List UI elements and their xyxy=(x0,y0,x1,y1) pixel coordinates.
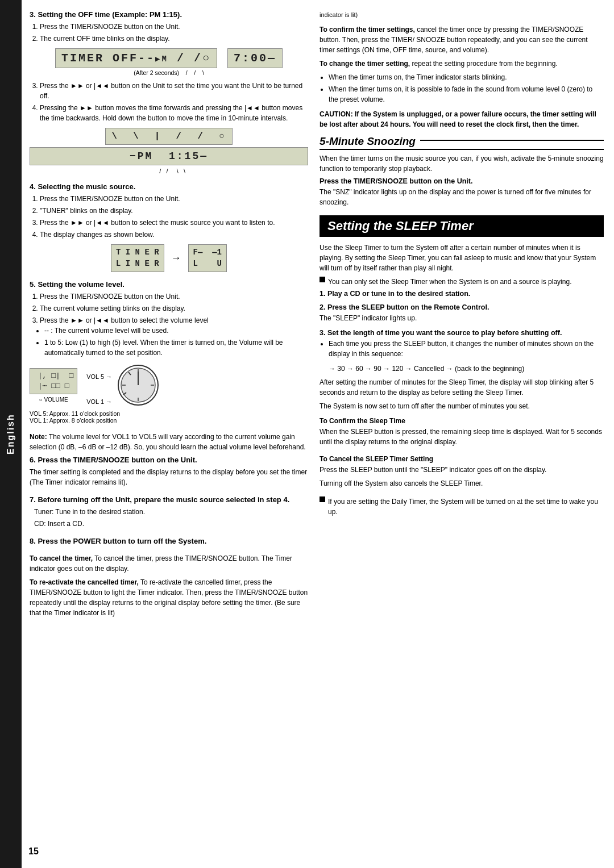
sleep-step-2-body: The "SLEEP" indicator lights up. xyxy=(320,313,604,323)
section-5-steps: Press the TIMER/SNOOZE button on the Uni… xyxy=(30,291,308,358)
section-4: 4. Selecting the music source. Press the… xyxy=(30,182,308,272)
vol-position-labels: VOL 5: Approx. 11 o'clock position VOL 1… xyxy=(30,410,308,424)
step-3-4: Pressing the ►► button moves the time fo… xyxy=(40,103,308,123)
bullet-2: When the timer turns on, it is possible … xyxy=(329,84,604,105)
sleep-intro: Use the Sleep Timer to turn the System o… xyxy=(320,243,604,273)
step-5-3: Press the ►► or |◄◄ button to select the… xyxy=(40,315,308,358)
sleep-step-3-bullets: Each time you press the SLEEP button, it… xyxy=(320,339,604,359)
section-3-steps-cont: Press the ►► or |◄◄ button on the Unit t… xyxy=(30,81,308,123)
left-column: 3. Setting the OFF time (Example: PM 1:1… xyxy=(30,10,308,858)
sleep-step-3-after2: The System is now set to turn off after … xyxy=(320,401,604,411)
sidebar-label: English xyxy=(6,414,16,454)
step-4-1: Press the TIMER/SNOOZE button on the Uni… xyxy=(40,194,308,204)
step-5-2: The current volume setting blinks on the… xyxy=(40,303,308,314)
section-5: 5. Setting the volume level. Press the T… xyxy=(30,280,308,424)
vol1-label: VOL 1 → xyxy=(86,398,112,405)
indicator-lit: indicator is lit) xyxy=(320,10,604,20)
page-wrapper: English 3. Setting the OFF time (Example… xyxy=(0,0,614,868)
display-group-3a: TIMER OFF--▶M / /○ 7:00— (After 2 second… xyxy=(30,48,308,76)
sidebar: English xyxy=(0,0,22,868)
confirm-body: When the SLEEP button is pressed, the re… xyxy=(320,427,604,447)
timer-display-3: \ \ | / / ○ xyxy=(105,128,233,145)
timer-display-4: −PM 1:15— xyxy=(30,147,308,165)
step-3-2: The current OFF time blinks on the displ… xyxy=(40,34,308,44)
page-number: 15 xyxy=(28,846,39,857)
para-confirm-timer: To confirm the timer settings, cancel th… xyxy=(320,24,604,55)
confirm-heading: To Confirm the Sleep Time xyxy=(320,417,604,425)
section-4-title: 4. Selecting the music source. xyxy=(30,182,308,191)
sleep-step-3-title: 3. Set the length of time you want the s… xyxy=(320,329,604,337)
snooze-section: 5-Minute Snoozing When the timer turns o… xyxy=(320,135,604,207)
bullet-1: When the timer turns on, the Timer indic… xyxy=(329,72,604,82)
cancel-section: To Cancel the SLEEP Timer Setting Press … xyxy=(320,455,604,489)
step-7-2: CD: Insert a CD. xyxy=(34,519,308,529)
step-4-3: Press the ►► or |◄◄ button to select the… xyxy=(40,218,308,228)
section-5-title: 5. Setting the volume level. xyxy=(30,280,308,289)
final-bullet-row: If you are setting the Daily Timer, the … xyxy=(320,496,604,517)
sleep-step-3-after1: After setting the number of minutes for … xyxy=(320,377,604,398)
section-7-steps: Tuner: Tune in to the desired station. C… xyxy=(30,507,308,529)
snooze-heading: 5-Minute Snoozing xyxy=(320,135,604,150)
source-lcd-left: T I N E R L I N E R xyxy=(111,244,164,272)
snooze-body: When the timer turns on the music source… xyxy=(320,153,604,174)
sleep-sequence: → 30 → 60 → 90 → 120 → Cancelled → (back… xyxy=(329,364,604,374)
sleep-step-1: 1. Play a CD or tune in to the desired s… xyxy=(320,290,604,298)
snooze-heading-text: 5-Minute Snoozing xyxy=(320,135,416,148)
step-4-2: "TUNER" blinks on the display. xyxy=(40,206,308,216)
sleep-step-3-bullet: Each time you press the SLEEP button, it… xyxy=(329,339,604,359)
sleep-step-2: 2. Press the SLEEP button on the Remote … xyxy=(320,303,604,323)
vol-opt-1: -- : The current volume level will be us… xyxy=(44,326,308,336)
sleep-timer-heading: Setting the SLEEP Timer xyxy=(320,215,604,237)
source-lcd-right: F— —1 L U xyxy=(188,244,227,272)
sleep-heading-text: Setting the SLEEP Timer xyxy=(327,219,474,233)
step-3-1: Press the TIMER/SNOOZE button on the Uni… xyxy=(40,22,308,32)
cancel-heading: To Cancel the SLEEP Timer Setting xyxy=(320,455,604,463)
section-6: 6. Press the TIMER/SNOOZE button on the … xyxy=(30,456,308,487)
source-arrow: → xyxy=(171,252,181,264)
section-8-title: 8. Press the POWER button to turn off th… xyxy=(30,537,308,545)
step-7-1: Tuner: Tune in to the desired station. xyxy=(34,507,308,517)
section-3-title: 3. Setting the OFF time (Example: PM 1:1… xyxy=(30,10,308,19)
step-4-4: The display changes as shown below. xyxy=(40,229,308,240)
snooze-step-heading: Press the TIMER/SNOOZE button on the Uni… xyxy=(320,177,604,185)
display-caption-1: (After 2 seconds) / / \ xyxy=(30,69,308,76)
vol5-label: VOL 5 → xyxy=(86,373,112,380)
snooze-step-body: The "SNZ" indicator lights up on the dis… xyxy=(320,187,604,207)
bullet-square-icon xyxy=(320,277,325,282)
caution-block: CAUTION: If the System is unplugged, or … xyxy=(320,109,604,130)
para-cancel: To cancel the timer, To cancel the timer… xyxy=(30,553,308,574)
section-3-steps: Press the TIMER/SNOOZE button on the Uni… xyxy=(30,22,308,44)
para-change-timer: To change the timer setting, repeat the … xyxy=(320,59,604,69)
cancel-body2: Turning off the System also cancels the … xyxy=(320,478,604,489)
para-reactivate: To re-activate the cancelled timer, To r… xyxy=(30,577,308,618)
sleep-bullet-text: You can only set the Sleep Timer when th… xyxy=(328,277,571,287)
sleep-bullet-row: You can only set the Sleep Timer when th… xyxy=(320,277,604,287)
note: Note: The volume level for VOL1 to VOL5 … xyxy=(30,432,308,452)
volume-knob xyxy=(115,362,161,408)
final-bullet-square-icon xyxy=(320,496,325,502)
vol-display-row: |, □| □ |⋯ □□ □ ○ VOLUME VOL 5 → VOL 1 → xyxy=(30,362,308,408)
section-7-title: 7. Before turning off the Unit, prepare … xyxy=(30,495,308,504)
timer-display-2: 7:00— xyxy=(227,48,283,68)
timer-display-1: TIMER OFF--▶M / /○ xyxy=(55,48,217,68)
section-7: 7. Before turning off the Unit, prepare … xyxy=(30,495,308,529)
section-4-steps: Press the TIMER/SNOOZE button on the Uni… xyxy=(30,194,308,240)
section-8: 8. Press the POWER button to turn off th… xyxy=(30,537,308,545)
vol-lcd-1: |, □| □ |⋯ □□ □ xyxy=(30,368,77,394)
step-5-1: Press the TIMER/SNOOZE button on the Uni… xyxy=(40,291,308,302)
sleep-step-1-title: 1. Play a CD or tune in to the desired s… xyxy=(320,290,604,298)
section-6-title: 6. Press the TIMER/SNOOZE button on the … xyxy=(30,456,308,464)
right-column: indicator is lit) To confirm the timer s… xyxy=(320,10,604,858)
final-bullet-text: If you are setting the Daily Timer, the … xyxy=(328,496,604,517)
main-content: 3. Setting the OFF time (Example: PM 1:1… xyxy=(22,0,614,868)
source-display: T I N E R L I N E R → F— —1 L U xyxy=(30,244,308,272)
sleep-step-3: 3. Set the length of time you want the s… xyxy=(320,329,604,411)
vol-opt-2: 1 to 5: Low (1) to high (5) level. When … xyxy=(44,337,308,358)
display-group-3b: \ \ | / / ○ −PM 1:15— / / \ \ xyxy=(30,128,308,174)
section-6-body: The timer setting is completed and the d… xyxy=(30,467,308,487)
caution-text: CAUTION: If the System is unplugged, or … xyxy=(320,109,604,130)
confirm-section: To Confirm the Sleep Time When the SLEEP… xyxy=(320,417,604,447)
step-3-3: Press the ►► or |◄◄ button on the Unit t… xyxy=(40,81,308,101)
cancel-body: Press the SLEEP button until the "SLEEP"… xyxy=(320,465,604,475)
section-3: 3. Setting the OFF time (Example: PM 1:1… xyxy=(30,10,308,174)
